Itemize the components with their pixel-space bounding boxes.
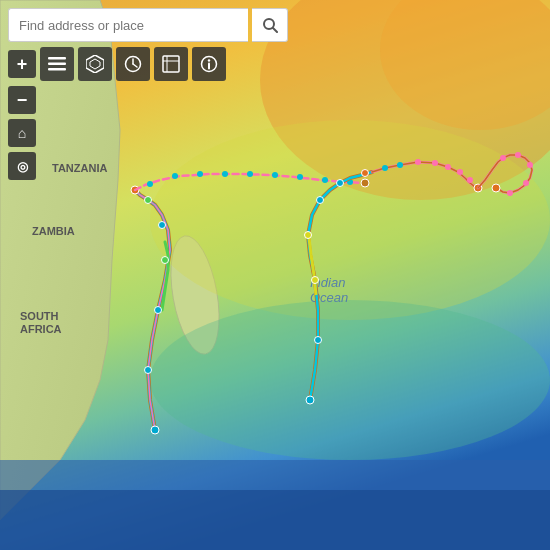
zoom-out-row: − (8, 86, 288, 114)
basemap-icon (86, 55, 104, 73)
svg-point-61 (208, 59, 210, 61)
compass-row: ◎ (8, 152, 288, 180)
time-icon (124, 55, 142, 73)
controls-panel: + (8, 8, 288, 180)
svg-rect-57 (163, 56, 179, 72)
zoom-out-button[interactable]: − (8, 86, 36, 114)
home-button[interactable]: ⌂ (8, 119, 36, 147)
svg-rect-49 (48, 57, 66, 60)
map-container[interactable]: TANZANIA ZAMBIA SOUTH AFRICA Indian Ocea… (0, 0, 550, 550)
time-button[interactable] (116, 47, 150, 81)
bookmarks-button[interactable] (154, 47, 188, 81)
svg-marker-52 (86, 55, 104, 73)
compass-button[interactable]: ◎ (8, 152, 36, 180)
svg-line-48 (273, 28, 277, 32)
svg-point-8 (150, 300, 550, 460)
layer-list-button[interactable] (40, 47, 74, 81)
svg-rect-50 (48, 63, 66, 66)
svg-line-56 (133, 64, 137, 67)
basemap-button[interactable] (78, 47, 112, 81)
search-row (8, 8, 288, 42)
info-icon (200, 55, 218, 73)
search-icon (262, 17, 278, 33)
svg-marker-53 (90, 59, 100, 69)
search-input[interactable] (8, 8, 248, 42)
search-button[interactable] (252, 8, 288, 42)
bookmarks-icon (162, 55, 180, 73)
zoom-in-button[interactable]: + (8, 50, 36, 78)
svg-rect-4 (0, 490, 550, 550)
icon-toolbar: + (8, 47, 288, 81)
svg-rect-51 (48, 68, 66, 71)
layer-list-icon (48, 57, 66, 71)
info-button[interactable] (192, 47, 226, 81)
home-row: ⌂ (8, 119, 288, 147)
